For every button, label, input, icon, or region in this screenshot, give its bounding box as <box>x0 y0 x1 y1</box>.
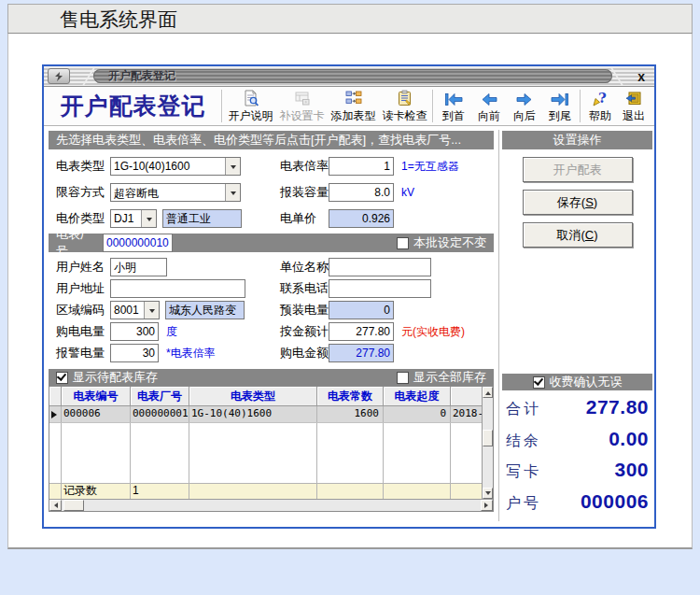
scroll-down-button[interactable] <box>483 488 493 499</box>
unit-price-label: 电单价 <box>280 210 329 227</box>
titlebar-swoosh-right <box>611 68 632 85</box>
chevron-down-icon[interactable] <box>144 302 159 319</box>
open-account-info-button[interactable]: 开户说明 <box>225 87 276 125</box>
go-next-button[interactable]: 向后 <box>507 87 542 125</box>
show-all-stock-checkbox[interactable] <box>397 372 409 384</box>
total-balance-value: 0.00 <box>609 428 649 450</box>
toolbar-heading: 开户配表登记 <box>47 87 219 125</box>
close-button[interactable]: x <box>632 67 651 86</box>
scroll-left-button[interactable] <box>49 500 62 511</box>
instruction-bar: 先选择电表类型、电表倍率、电价类型等后点击[开户配表]，查找电表厂号... <box>49 131 494 149</box>
ratio-note: 1=无互感器 <box>401 159 459 175</box>
exit-icon <box>624 90 643 110</box>
fee-confirm-checkbox[interactable] <box>533 376 545 389</box>
show-pending-stock-checkbox[interactable] <box>56 372 68 384</box>
meter-type-select[interactable]: 1G-10(40)1600 <box>110 157 241 176</box>
fee-confirm-bar: 收费确认无误 <box>502 374 652 390</box>
read-card-check-button[interactable]: 读卡检查 <box>379 87 430 125</box>
total-row-sum: 合计 277.80 <box>506 396 649 419</box>
help-button[interactable]: ? 帮助 <box>583 87 617 125</box>
form-row-price-type: 电价类型 DJ1 电单价 <box>49 209 494 228</box>
go-first-button[interactable]: 到首 <box>436 87 471 125</box>
chevron-down-icon[interactable] <box>141 210 156 227</box>
cancel-button[interactable]: 取消(C) <box>523 222 633 248</box>
batch-fixed-label: 本批设定不变 <box>413 234 486 251</box>
cell-constant: 1600 <box>317 406 384 422</box>
totals-list: 合计 277.80 结余 0.00 写卡 300 <box>502 390 652 517</box>
arrow-prev-icon <box>479 92 499 110</box>
capacity-label: 报装容量 <box>280 184 329 201</box>
col-constant[interactable]: 电表常数 <box>317 387 384 406</box>
price-type-select[interactable]: DJ1 <box>110 209 157 228</box>
vertical-scroll-thumb[interactable] <box>483 430 493 446</box>
ratio-input[interactable] <box>329 157 394 176</box>
col-meter-type[interactable]: 电表类型 <box>189 387 317 406</box>
purchase-qty-input[interactable] <box>110 322 159 341</box>
alarm-qty-note: *电表倍率 <box>166 346 216 361</box>
chevron-down-icon[interactable] <box>225 184 240 201</box>
show-pending-stock-label: 显示待配表库存 <box>73 369 158 386</box>
column-divider <box>498 130 500 521</box>
factory-no-input[interactable] <box>103 234 173 252</box>
form-row-user-name: 用户姓名 单位名称 <box>49 258 494 276</box>
capacity-note: kV <box>401 186 414 199</box>
row-selector-header <box>49 387 62 406</box>
area-code-select[interactable]: 8001 <box>110 301 160 319</box>
chevron-down-icon[interactable] <box>225 158 240 175</box>
vertical-scrollbar[interactable] <box>482 387 493 499</box>
purchase-amount-label: 购电金额 <box>280 345 329 361</box>
by-amount-input[interactable] <box>329 322 394 341</box>
factory-number-bar: 电表厂号 本批设定不变 <box>49 234 494 252</box>
fee-summary-section: 收费确认无误 合计 277.80 结余 0.00 <box>502 374 652 517</box>
address-input[interactable] <box>110 279 245 298</box>
save-button[interactable]: 保存(S) <box>523 190 633 215</box>
scroll-up-button[interactable] <box>483 387 493 398</box>
add-meter-type-button[interactable]: 添加表型 <box>328 87 379 125</box>
total-sum-value: 277.80 <box>586 396 649 418</box>
horizontal-scrollbar[interactable] <box>49 499 493 511</box>
cell-factory-no: 0000000010 <box>131 406 189 422</box>
col-meter-no[interactable]: 电表编号 <box>62 387 131 406</box>
exit-button[interactable]: 退出 <box>617 87 651 125</box>
open-account-assign-button: 开户配表 <box>523 157 633 182</box>
meter-registration-dialog: 开户配表登记 x 开户配表登记 <box>42 64 656 529</box>
table-row[interactable]: 000006 0000000010 1G-10(40)1600 1600 0 2… <box>49 406 482 423</box>
phone-input[interactable] <box>329 279 431 298</box>
doc-search-icon <box>242 90 260 110</box>
batch-fixed-checkbox[interactable] <box>397 237 409 249</box>
horizontal-scroll-thumb[interactable] <box>63 500 84 511</box>
dialog-title-pill: 开户配表登记 <box>93 69 612 83</box>
limit-mode-select[interactable]: 超容断电 <box>110 183 241 202</box>
titlebar-swoosh-left <box>74 68 94 85</box>
arrow-last-icon <box>550 92 570 110</box>
capacity-input[interactable] <box>329 183 394 202</box>
toolbar: 开户配表登记 开户说明 <box>44 87 654 126</box>
unit-name-label: 单位名称 <box>280 259 329 276</box>
page-body: 开户配表登记 x 开户配表登记 <box>7 34 693 549</box>
main-form-column: 先选择电表类型、电表倍率、电价类型等后点击[开户配表]，查找电表厂号... 电表… <box>49 126 494 512</box>
dialog-titlebar[interactable]: 开户配表登记 x <box>44 66 654 87</box>
total-row-balance: 结余 0.00 <box>506 428 649 451</box>
page-title: 售电系统界面 <box>7 4 693 34</box>
scroll-right-button[interactable] <box>481 500 493 511</box>
col-start-reading[interactable]: 电表起度 <box>384 387 451 406</box>
form-row-limit-mode: 限容方式 超容断电 报装容量 kV <box>49 183 494 202</box>
user-name-input[interactable] <box>110 258 167 276</box>
alarm-qty-input[interactable] <box>110 344 159 362</box>
col-factory-no[interactable]: 电表厂号 <box>131 387 189 406</box>
unit-name-input[interactable] <box>329 258 431 276</box>
form-row-alarm-qty: 报警电量 *电表倍率 购电金额 <box>49 344 494 362</box>
app-icon <box>48 68 70 84</box>
page: 售电系统界面 开户配表登记 x 开户配表登记 <box>0 4 700 549</box>
preload-field <box>329 301 394 319</box>
go-last-button[interactable]: 到尾 <box>542 87 578 125</box>
address-label: 用户地址 <box>49 280 110 297</box>
purchase-qty-note: 度 <box>166 324 177 340</box>
dialog-title: 开户配表登记 <box>108 69 175 83</box>
price-type-label: 电价类型 <box>49 210 110 227</box>
total-row-write-card: 写卡 300 <box>506 459 649 482</box>
help-icon: ? <box>591 90 609 110</box>
go-prev-button[interactable]: 向前 <box>471 87 507 125</box>
purchase-qty-label: 购电电量 <box>49 323 110 340</box>
show-all-stock-label: 显示全部库存 <box>413 369 486 386</box>
